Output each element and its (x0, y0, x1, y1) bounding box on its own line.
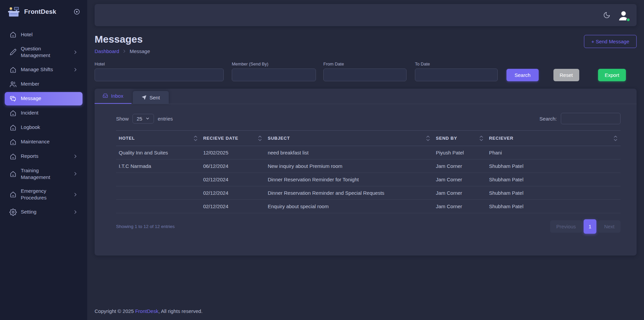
brand: FrontDesk (0, 0, 87, 22)
sidebar-item-training-management[interactable]: Training Management (5, 164, 83, 184)
page-size-select[interactable]: 25 (132, 114, 154, 124)
sidebar-nav: Hotel Question Management Manage Shifts … (0, 27, 87, 220)
column-header-recieve-date[interactable]: RECIEVE DATE (201, 131, 265, 146)
chevron-right-icon (73, 50, 78, 55)
sidebar-item-maintenance[interactable]: Maintenance (5, 135, 83, 149)
column-header-subject[interactable]: SUBJECT (265, 131, 433, 146)
tab-sent[interactable]: Sent (133, 91, 169, 104)
previous-page-button[interactable]: Previous (550, 220, 582, 233)
sidebar-collapse-icon[interactable] (73, 8, 80, 15)
home-icon (9, 124, 17, 131)
chevron-right-icon (73, 154, 78, 159)
paper-plane-icon (142, 95, 147, 100)
chat-icon (9, 95, 17, 102)
online-status-dot (626, 18, 630, 22)
breadcrumb-current: Message (129, 48, 150, 54)
sidebar-item-reports[interactable]: Reports (5, 150, 83, 163)
column-header-send-by[interactable]: SEND BY (433, 131, 486, 146)
home-icon (9, 170, 17, 178)
chevron-right-icon (122, 49, 126, 53)
home-icon (9, 66, 17, 74)
sort-icon (613, 135, 618, 141)
table-search-input[interactable] (561, 113, 621, 124)
sidebar-item-hotel[interactable]: Hotel (5, 28, 83, 41)
sidebar-item-message[interactable]: Message (5, 92, 83, 105)
users-icon (9, 81, 17, 88)
table-row[interactable]: 02/12/2024 Dinner Reservation Reminder f… (116, 173, 621, 186)
column-header-reciever[interactable]: RECIEVER (486, 131, 621, 146)
messages-card: Inbox Sent Show 25 entries Search: (95, 89, 637, 256)
top-navbar (95, 4, 637, 26)
home-icon (9, 109, 17, 117)
inbox-icon (103, 93, 108, 98)
chevron-down-icon (146, 117, 150, 120)
moon-icon (603, 11, 610, 19)
table-controls: Show 25 entries Search: (116, 113, 621, 124)
sidebar-item-member[interactable]: Member (5, 78, 83, 91)
sidebar: FrontDesk Hotel Question Management Mana… (0, 0, 87, 320)
messages-table: HOTEL RECIEVE DATE SUBJECT SEND BY (116, 130, 621, 213)
page-footer: Copyright © 2025FrontDesk, All rights re… (95, 308, 637, 320)
member-filter-label: Member (Send By) (232, 61, 316, 66)
table-search-label: Search: (539, 116, 557, 122)
search-button[interactable]: Search (506, 69, 539, 81)
table-row[interactable]: 02/12/2024 Dinner Reservation Reminder a… (116, 186, 621, 200)
table-footer: Showing 1 to 12 of 12 entries Previous 1… (116, 219, 621, 234)
sidebar-item-setting[interactable]: Setting (5, 205, 83, 219)
from-date-filter-label: From Date (323, 61, 407, 66)
next-page-button[interactable]: Next (598, 220, 621, 233)
user-menu[interactable] (617, 9, 630, 21)
hotel-filter-input[interactable] (95, 68, 224, 81)
column-header-hotel[interactable]: HOTEL (116, 131, 201, 146)
table-info: Showing 1 to 12 of 12 entries (116, 224, 175, 229)
page-1-button[interactable]: 1 (584, 219, 596, 234)
send-message-button[interactable]: + Send Message (584, 35, 637, 48)
home-icon (9, 191, 17, 198)
to-date-filter-label: To Date (415, 61, 498, 66)
chevron-right-icon (73, 171, 78, 176)
gear-icon (9, 209, 17, 216)
entries-label: entries (158, 116, 173, 122)
sidebar-item-manage-shifts[interactable]: Manage Shifts (5, 63, 83, 77)
member-filter-input[interactable] (232, 68, 316, 81)
chevron-right-icon (73, 67, 78, 72)
hotel-filter-label: Hotel (95, 61, 224, 66)
sidebar-item-incident[interactable]: Incident (5, 106, 83, 120)
frontdesk-logo-icon (7, 6, 20, 17)
sort-icon (479, 135, 484, 141)
copyright-text: Copyright © 2025 (95, 308, 134, 314)
breadcrumb-dashboard-link[interactable]: Dashboard (95, 48, 119, 54)
dark-mode-toggle[interactable] (603, 11, 610, 19)
home-icon (9, 153, 17, 160)
to-date-filter-input[interactable] (415, 68, 498, 81)
tab-inbox[interactable]: Inbox (95, 88, 131, 104)
from-date-filter-input[interactable] (323, 68, 407, 81)
home-icon (9, 138, 17, 146)
pagination: Previous 1 Next (550, 219, 621, 234)
sort-icon (426, 135, 430, 141)
pencil-icon (9, 48, 17, 56)
sort-icon (193, 135, 198, 141)
breadcrumb: Dashboard Message (95, 48, 150, 54)
show-label: Show (116, 116, 129, 122)
page-header: Messages Dashboard Message + Send Messag… (95, 34, 637, 54)
main-content: Messages Dashboard Message + Send Messag… (87, 0, 644, 320)
copyright-suffix: , All rights reserved. (158, 308, 203, 314)
table-row[interactable]: I.T.C Narmada 06/12/2024 New inquiry abo… (116, 159, 621, 173)
filters-bar: Hotel Member (Send By) From Date To Date… (95, 61, 637, 81)
sort-icon (258, 135, 262, 141)
reset-button[interactable]: Reset (553, 69, 579, 81)
chevron-right-icon (73, 192, 78, 197)
table-row[interactable]: Quality Inn and Suites 12/02/2025 need b… (116, 146, 621, 159)
page-title: Messages (95, 34, 150, 45)
table-row[interactable]: 02/12/2024 Enquiry about special room Ja… (116, 200, 621, 213)
sidebar-item-emergency-procedures[interactable]: Emergency Procedures (5, 185, 83, 204)
brand-name: FrontDesk (24, 8, 69, 15)
sidebar-item-question-management[interactable]: Question Management (5, 42, 83, 62)
sidebar-item-logbook[interactable]: Logbook (5, 121, 83, 134)
home-icon (9, 31, 17, 38)
chevron-right-icon (73, 210, 78, 215)
tabs: Inbox Sent (95, 89, 637, 104)
export-button[interactable]: Export (598, 69, 626, 81)
footer-brand-link[interactable]: FrontDesk (135, 308, 158, 314)
